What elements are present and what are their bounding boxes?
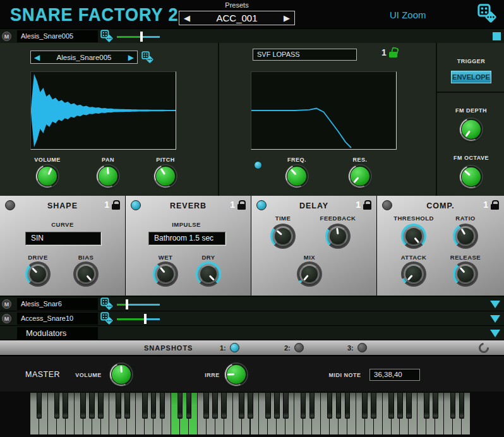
res-knob[interactable]	[348, 164, 372, 188]
envelope-mode-button[interactable]: ENVELOPE	[451, 71, 491, 83]
piano-key-black[interactable]	[362, 393, 368, 419]
randomize-dice-icon[interactable]	[100, 30, 114, 43]
piano-key-black[interactable]	[327, 393, 333, 419]
piano-key-black[interactable]	[336, 393, 342, 419]
piano-key-black[interactable]	[186, 393, 192, 419]
delay-slot[interactable]: 1	[356, 200, 371, 210]
pan-knob[interactable]	[96, 164, 120, 188]
irre-knob[interactable]	[224, 362, 248, 386]
curve-field[interactable]: SIN	[25, 232, 101, 245]
piano-key-black[interactable]	[371, 393, 376, 419]
piano-key-black[interactable]	[248, 393, 253, 419]
preset-prev-icon[interactable]: ◀	[184, 14, 190, 22]
piano-key-black[interactable]	[388, 393, 394, 419]
randomize-dice-icon[interactable]	[100, 312, 114, 325]
wet-knob[interactable]	[153, 261, 178, 287]
piano-key-black[interactable]	[177, 393, 183, 419]
piano-key-black[interactable]	[345, 393, 351, 419]
piano-key-black[interactable]	[265, 393, 271, 419]
piano-key-black[interactable]	[239, 393, 244, 419]
piano-key-black[interactable]	[283, 393, 289, 419]
unlock-icon[interactable]	[389, 52, 397, 57]
layer-name-field[interactable]: Access_Snare10	[17, 313, 98, 325]
mute-button[interactable]: M	[2, 299, 11, 309]
impulse-field[interactable]: Bathroom 1.5 sec	[148, 232, 225, 245]
piano-key-black[interactable]	[212, 393, 218, 419]
layer-slider[interactable]	[117, 316, 160, 321]
time-knob[interactable]	[270, 224, 296, 249]
feedback-knob[interactable]	[325, 224, 351, 249]
piano-key-black[interactable]	[98, 393, 104, 419]
preset-next-icon[interactable]: ▶	[284, 14, 290, 22]
expand-triangle-icon[interactable]	[490, 301, 500, 308]
freq-knob[interactable]	[285, 164, 309, 188]
piano-key-black[interactable]	[450, 393, 456, 419]
lock-icon[interactable]	[491, 204, 499, 210]
volume-knob[interactable]	[35, 164, 59, 188]
expand-triangle-icon[interactable]	[490, 330, 500, 337]
piano-key-black[interactable]	[160, 393, 165, 419]
reverb-slot[interactable]: 1	[230, 200, 246, 210]
bias-knob[interactable]	[73, 261, 99, 287]
piano-key-black[interactable]	[80, 393, 86, 419]
piano-key-black[interactable]	[37, 393, 42, 419]
pitch-knob[interactable]	[153, 164, 177, 188]
randomize-dice-icon[interactable]	[141, 51, 154, 64]
piano-key-black[interactable]	[203, 393, 209, 419]
snapshot-1-led[interactable]	[230, 343, 239, 352]
piano-key-black[interactable]	[424, 393, 429, 419]
randomize-dice-icon[interactable]	[100, 297, 114, 311]
ratio-knob[interactable]	[453, 224, 478, 249]
attack-knob[interactable]	[401, 261, 426, 287]
snapshot-3-led[interactable]	[357, 343, 367, 352]
randomize-dice-icon[interactable]	[477, 4, 498, 24]
drive-knob[interactable]	[25, 261, 51, 287]
mute-button[interactable]: M	[2, 32, 11, 41]
modulators-field[interactable]: Modulators	[17, 327, 98, 340]
layer-name-field[interactable]: Alesis_Snare005	[17, 30, 98, 42]
master-volume-knob[interactable]	[109, 362, 133, 386]
shape-slot[interactable]: 1	[104, 200, 120, 210]
piano-key-black[interactable]	[54, 393, 60, 419]
piano-key-black[interactable]	[406, 393, 412, 419]
fm-depth-knob[interactable]	[459, 117, 483, 141]
sample-selector[interactable]: ◀ Alesis_Snare005 ▶	[30, 51, 138, 64]
piano-key-black[interactable]	[397, 393, 403, 419]
threshold-knob[interactable]	[401, 224, 426, 249]
lock-icon[interactable]	[112, 204, 120, 210]
piano-key-black[interactable]	[301, 393, 306, 419]
sample-prev-icon[interactable]: ◀	[34, 54, 40, 61]
release-knob[interactable]	[453, 261, 478, 287]
comp-slot[interactable]: 1	[483, 200, 499, 210]
piano-key-black[interactable]	[151, 393, 157, 419]
lock-icon[interactable]	[237, 204, 246, 210]
filter-led[interactable]	[254, 161, 262, 169]
preset-selector[interactable]: ◀ ACC_001 ▶	[179, 11, 295, 25]
filter-type-field[interactable]: SVF LOPASS	[253, 49, 357, 61]
keyboard[interactable]	[30, 393, 471, 434]
expand-triangle-icon[interactable]	[490, 315, 500, 323]
mix-knob[interactable]	[297, 261, 322, 287]
piano-key-black[interactable]	[309, 393, 315, 419]
piano-key-black[interactable]	[142, 393, 148, 419]
snapshot-2-led[interactable]	[294, 343, 304, 352]
lock-icon[interactable]	[363, 204, 371, 210]
midi-note-field[interactable]: 36,38,40	[369, 369, 420, 381]
filter-slot[interactable]: 1	[381, 48, 397, 57]
layer-slider[interactable]	[117, 302, 160, 307]
piano-key-black[interactable]	[274, 393, 280, 419]
fm-octave-knob[interactable]	[459, 165, 483, 189]
piano-key-black[interactable]	[89, 393, 95, 419]
sample-next-icon[interactable]: ▶	[128, 54, 134, 61]
cycle-refresh-icon[interactable]	[477, 341, 491, 356]
piano-key-black[interactable]	[63, 393, 68, 419]
dry-knob[interactable]	[196, 261, 221, 287]
mute-button[interactable]: M	[2, 314, 11, 323]
collapse-square-button[interactable]	[493, 32, 501, 40]
piano-key-black[interactable]	[116, 393, 121, 419]
layer-slider[interactable]	[117, 34, 160, 39]
piano-key-black[interactable]	[124, 393, 130, 419]
piano-key-black[interactable]	[459, 393, 465, 419]
ui-zoom-button[interactable]: UI Zoom	[390, 9, 426, 20]
piano-key-black[interactable]	[221, 393, 227, 419]
